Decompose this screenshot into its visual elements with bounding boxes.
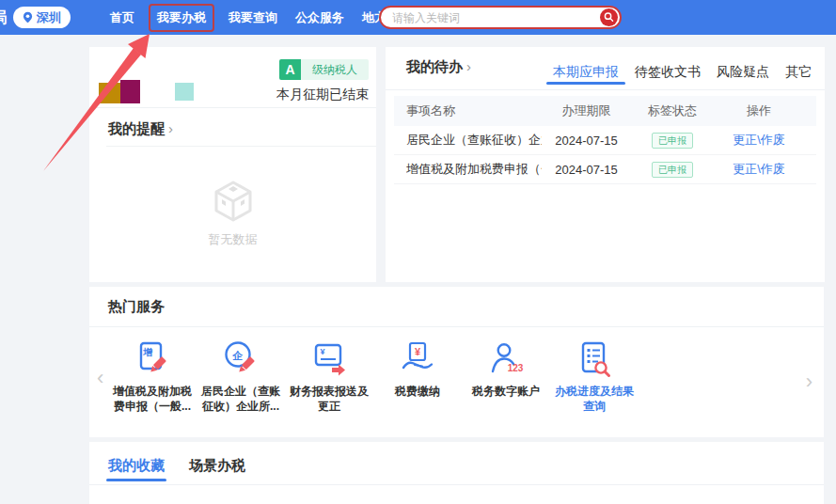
todo-panel: 我的待办› 本期应申报 待签收文书 风险疑点 其它 事项名称 办理期限 标签状态… — [386, 47, 825, 282]
tab-other[interactable]: 其它 — [785, 64, 812, 89]
empty-box-icon — [212, 179, 255, 224]
chevron-right-icon: › — [168, 120, 173, 136]
reminders-empty-state: 暂无数据 — [89, 179, 376, 248]
service-progress-query[interactable]: 办税进度及结果查询 — [550, 340, 639, 414]
hot-services-title: 热门服务 — [89, 287, 824, 327]
svg-text:企: 企 — [232, 350, 244, 361]
services-row: 增 增值税及附加税费申报（一般... 企 居民企业 — [89, 340, 824, 414]
page: 局 深圳 首页 我要办税 我要查询 公众服务 地方特色 — [0, 0, 836, 504]
digital-account-icon: 123 — [487, 340, 525, 378]
table-row: 居民企业（查账征收）企业所得税月（... 2024-07-15 已申报 更正\作… — [394, 126, 816, 155]
service-digital-account[interactable]: 123 税务数字账户 — [462, 340, 550, 414]
todo-title[interactable]: 我的待办› — [406, 58, 471, 89]
item-name: 居民企业（查账征收）企业所得税月（... — [406, 132, 542, 149]
table-row: 增值税及附加税费申报（一般纳税人适... 2024-07-15 已申报 更正\作… — [394, 155, 816, 184]
levy-period-status: 本月征期已结束 — [276, 87, 369, 103]
service-label: 增值税及附加税费申报（一般... — [108, 384, 197, 414]
taxpayer-rating-badge: A 级纳税人 — [279, 59, 369, 80]
carousel-left-icon[interactable]: ‹ — [97, 368, 103, 388]
status-badge: 已申报 — [652, 162, 693, 178]
progress-query-icon — [576, 340, 613, 378]
vat-declare-icon: 增 — [134, 340, 171, 378]
tab-current-declaration[interactable]: 本期应申报 — [553, 64, 619, 89]
svg-text:增: 增 — [143, 347, 153, 357]
todo-tabs: 本期应申报 待签收文书 风险疑点 其它 — [553, 64, 812, 89]
favorites-tabs: 我的收藏 场景办税 — [89, 442, 824, 484]
service-label: 居民企业（查账征收）企业所... — [197, 384, 285, 414]
search-bar — [379, 6, 622, 29]
service-label: 财务报表报送及更正 — [285, 384, 373, 414]
empty-text: 暂无数据 — [209, 231, 258, 248]
service-label: 税务数字账户 — [472, 384, 540, 399]
rating-label: 级纳税人 — [301, 59, 369, 80]
col-item-name: 事项名称 — [406, 102, 542, 119]
status-badge: 已申报 — [652, 133, 693, 149]
reminders-title[interactable]: 我的提醒› — [108, 120, 173, 138]
tab-documents-to-sign[interactable]: 待签收文书 — [635, 64, 701, 89]
service-tax-payment[interactable]: ¥ 税费缴纳 — [373, 340, 462, 414]
nav-item-home[interactable]: 首页 — [106, 6, 138, 30]
main-nav: 首页 我要办税 我要查询 公众服务 地方特色 — [106, 0, 415, 35]
enterprise-income-tax-icon: 企 — [222, 340, 260, 378]
search-icon — [602, 10, 616, 24]
tax-payment-icon: ¥ — [399, 340, 436, 378]
svg-text:¥: ¥ — [415, 346, 421, 357]
favorites-panel: 我的收藏 场景办税 — [89, 442, 824, 504]
nav-item-public-service[interactable]: 公众服务 — [292, 6, 348, 30]
logo-square-maroon — [120, 80, 140, 103]
col-action: 操作 — [714, 102, 804, 119]
divider — [89, 107, 376, 108]
item-deadline: 2024-07-15 — [542, 134, 631, 148]
item-name: 增值税及附加税费申报（一般纳税人适... — [406, 161, 542, 178]
service-financial-report[interactable]: ¥ 财务报表报送及更正 — [285, 340, 373, 414]
location-pin-icon — [23, 11, 33, 24]
service-label: 税费缴纳 — [395, 384, 440, 399]
nav-item-handle-tax[interactable]: 我要办税 — [149, 4, 214, 32]
service-label: 办税进度及结果查询 — [550, 384, 639, 414]
item-deadline: 2024-07-15 — [542, 163, 631, 177]
tab-risk-doubts[interactable]: 风险疑点 — [717, 64, 769, 89]
profile-reminder-panel: A 级纳税人 本月征期已结束 我的提醒› 暂无数据 — [89, 47, 376, 282]
financial-report-icon: ¥ — [310, 340, 348, 378]
carousel-right-icon[interactable]: › — [806, 371, 812, 392]
svg-text:¥: ¥ — [320, 347, 324, 356]
correct-void-link[interactable]: 更正\作废 — [733, 162, 785, 176]
search-button[interactable] — [600, 8, 618, 26]
top-navbar: 局 深圳 首页 我要办税 我要查询 公众服务 地方特色 — [0, 0, 836, 35]
divider — [89, 484, 824, 485]
service-vat-declare[interactable]: 增 增值税及附加税费申报（一般... — [108, 340, 197, 414]
location-selector[interactable]: 深圳 — [13, 7, 71, 28]
divider — [106, 146, 376, 147]
tab-my-favorites[interactable]: 我的收藏 — [108, 457, 165, 484]
brand-partial-text: 局 — [0, 8, 8, 28]
svg-text:123: 123 — [508, 363, 524, 373]
col-deadline: 办理期限 — [542, 102, 631, 119]
chevron-right-icon: › — [466, 58, 471, 74]
hot-services-panel: 热门服务 ‹ › 增 增值税及附加税费申报（一般... 企 — [89, 287, 824, 437]
logo-square-teal — [175, 83, 194, 101]
rating-letter: A — [279, 59, 301, 80]
nav-item-query[interactable]: 我要查询 — [225, 6, 281, 30]
todo-table: 事项名称 办理期限 标签状态 操作 居民企业（查账征收）企业所得税月（... 2… — [386, 90, 825, 184]
logo-square-gold — [99, 83, 120, 103]
service-enterprise-income-tax[interactable]: 企 居民企业（查账征收）企业所... — [197, 340, 285, 414]
tab-scenario-tax[interactable]: 场景办税 — [189, 457, 245, 484]
correct-void-link[interactable]: 更正\作废 — [733, 133, 785, 147]
location-label: 深圳 — [37, 9, 61, 26]
col-status: 标签状态 — [631, 102, 714, 119]
todo-header: 我的待办› 本期应申报 待签收文书 风险疑点 其它 — [386, 47, 825, 90]
search-input[interactable] — [381, 11, 600, 24]
table-header-row: 事项名称 办理期限 标签状态 操作 — [394, 96, 816, 126]
